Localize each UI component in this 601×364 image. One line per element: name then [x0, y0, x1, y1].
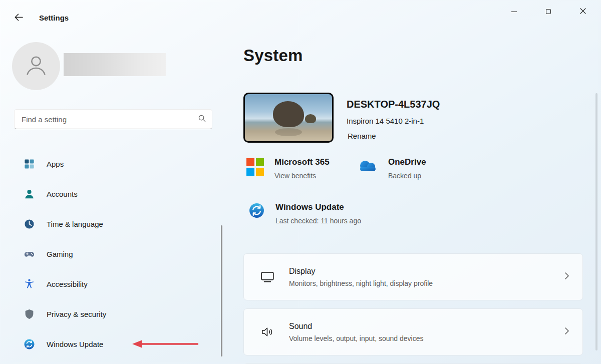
windows-update-title: Windows Update — [275, 202, 361, 212]
main-scrollbar[interactable] — [595, 93, 597, 350]
windows-update-status: Last checked: 11 hours ago — [275, 217, 361, 225]
sidebar-item-label: Apps — [47, 160, 64, 168]
thumbnail-rock — [273, 101, 304, 127]
device-thumbnail — [243, 93, 334, 143]
gaming-icon — [24, 248, 35, 260]
minimize-icon — [511, 12, 517, 12]
sidebar-scrollbar[interactable] — [221, 225, 222, 356]
back-button[interactable] — [10, 10, 27, 26]
windows-update-tile[interactable]: Windows Update Last checked: 11 hours ag… — [248, 202, 361, 225]
page-title: System — [243, 46, 303, 65]
settings-row-display[interactable]: Display Monitors, brightness, night ligh… — [243, 253, 583, 300]
sidebar-item-privacy-security[interactable]: Privacy & security — [14, 302, 213, 326]
sidebar-item-label: Time & language — [47, 220, 103, 228]
row-title: Sound — [289, 322, 424, 331]
minimize-button[interactable] — [502, 2, 525, 21]
microsoft-365-tile[interactable]: Microsoft 365 View benefits — [246, 157, 330, 180]
row-subtitle: Volume levels, output, input, sound devi… — [289, 334, 424, 342]
search-input[interactable] — [22, 115, 198, 124]
chevron-right-icon — [564, 272, 569, 282]
rename-button[interactable]: Rename — [348, 132, 376, 140]
close-button[interactable] — [571, 2, 594, 21]
accounts-icon — [24, 188, 35, 200]
sidebar-item-label: Gaming — [47, 250, 73, 258]
settings-row-sound[interactable]: Sound Volume levels, output, input, soun… — [243, 308, 583, 355]
apps-icon — [24, 158, 35, 170]
row-subtitle: Monitors, brightness, night light, displ… — [289, 279, 433, 287]
microsoft-365-title: Microsoft 365 — [274, 157, 330, 167]
sidebar-item-accounts[interactable]: Accounts — [14, 182, 213, 206]
sidebar-item-accessibility[interactable]: Accessibility — [14, 272, 213, 296]
device-name: DESKTOP-4L537JQ — [347, 99, 440, 110]
sidebar-item-label: Windows Update — [47, 340, 103, 348]
display-icon — [259, 270, 276, 283]
maximize-icon — [546, 9, 551, 14]
onedrive-status: Backed up — [388, 172, 426, 180]
user-avatar[interactable] — [12, 42, 60, 90]
maximize-button[interactable] — [537, 2, 560, 21]
thumbnail-rock-small — [305, 114, 316, 123]
thumbnail-reflection — [275, 128, 302, 136]
settings-rows: Display Monitors, brightness, night ligh… — [243, 253, 583, 364]
windows-update-icon — [24, 338, 35, 350]
sound-icon — [259, 325, 276, 338]
sidebar-item-label: Accessibility — [47, 280, 88, 288]
sidebar-item-gaming[interactable]: Gaming — [14, 242, 213, 266]
sidebar-item-time-language[interactable]: Time & language — [14, 212, 213, 236]
windows-update-icon — [248, 202, 265, 221]
window-title: Settings — [39, 14, 69, 22]
close-icon — [580, 8, 586, 16]
user-name-redacted — [64, 53, 166, 76]
device-model: Inspiron 14 5410 2-in-1 — [347, 117, 424, 125]
time-language-icon — [24, 218, 35, 230]
accessibility-icon — [24, 278, 35, 290]
back-arrow-icon — [14, 13, 24, 24]
privacy-security-icon — [24, 308, 35, 320]
row-title: Display — [289, 267, 433, 276]
person-icon — [23, 52, 49, 80]
sidebar-item-apps[interactable]: Apps — [14, 152, 213, 176]
microsoft-365-icon — [246, 158, 264, 176]
chevron-right-icon — [564, 327, 569, 337]
sidebar-item-windows-update[interactable]: Windows Update — [14, 332, 213, 356]
search-box[interactable] — [14, 109, 212, 129]
sidebar-nav: Apps Accounts Time & language Ga — [14, 152, 213, 362]
view-benefits-link[interactable]: View benefits — [274, 172, 330, 180]
sidebar-item-label: Accounts — [47, 190, 78, 198]
search-icon — [198, 115, 206, 124]
sidebar-item-label: Privacy & security — [47, 310, 106, 318]
onedrive-title: OneDrive — [388, 157, 426, 167]
onedrive-icon — [357, 159, 379, 175]
onedrive-tile[interactable]: OneDrive Backed up — [357, 157, 426, 180]
titlebar: Settings — [0, 0, 601, 24]
